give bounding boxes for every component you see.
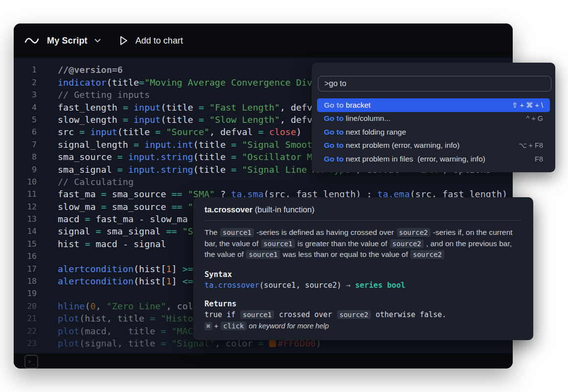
line-number: 22	[14, 325, 37, 337]
line-number: 17	[14, 263, 37, 275]
tooltip-divider	[204, 220, 522, 221]
line-number: 4	[14, 101, 37, 114]
line-number: 21	[14, 312, 37, 324]
line-number: 15	[14, 238, 37, 250]
play-icon[interactable]	[119, 36, 128, 46]
tooltip-help-hint: ⌘ + click on keyword for more help	[204, 322, 522, 330]
tooltip-description: The source1 -series is defined as having…	[204, 227, 523, 260]
code-text: fast_length = input(title = "Fast Length…	[58, 101, 356, 114]
color-swatch	[269, 340, 276, 347]
palette-item[interactable]: Go to line/column...^ + G	[317, 112, 550, 126]
code-text: src = input(title = "Source", defval = c…	[58, 126, 301, 138]
line-number: 23	[14, 337, 37, 349]
tooltip-syntax-label: Syntax	[204, 270, 522, 279]
line-number: 1	[14, 64, 37, 76]
line-number: 6	[14, 126, 37, 138]
palette-item-match: Go to	[324, 114, 346, 123]
code-text: // Calculating	[58, 176, 134, 188]
chevron-down-icon[interactable]	[94, 39, 101, 43]
function-tooltip: ta.crossover (built-in function) The sou…	[193, 197, 533, 340]
palette-item-match: Go to	[324, 128, 346, 137]
indicator-wave-icon	[24, 35, 39, 46]
tooltip-returns-line: true if source1 crossed over source2 oth…	[204, 310, 522, 319]
palette-item-label: line/column...	[346, 114, 390, 123]
palette-item[interactable]: Go to next problem (error, warning, info…	[317, 139, 550, 153]
palette-item-shortcut: ⇧ + ⌘ + \	[512, 101, 543, 109]
console-icon[interactable]: >_	[24, 355, 38, 369]
script-title[interactable]: My Script	[47, 36, 88, 46]
line-number: 3	[14, 89, 37, 101]
palette-item-shortcut: F8	[535, 155, 543, 163]
tooltip-title: ta.crossover (built-in function)	[204, 205, 522, 214]
line-number: 11	[14, 188, 37, 200]
palette-item-match: Go to	[324, 101, 346, 110]
line-number: 16	[14, 250, 37, 262]
line-number: 8	[14, 151, 37, 163]
line-number: 2	[14, 76, 37, 89]
add-to-chart-button[interactable]: Add to chart	[136, 36, 183, 46]
command-palette-input[interactable]: >go to	[318, 76, 551, 92]
palette-item-match: Go to	[324, 155, 346, 163]
code-text: // Getting inputs	[58, 89, 150, 101]
line-number: 5	[14, 114, 37, 126]
line-number: 18	[14, 275, 37, 287]
palette-item-match: Go to	[324, 141, 346, 150]
palette-item-shortcut: ⌥ + F8	[519, 141, 543, 149]
line-number: 14	[14, 225, 37, 237]
palette-item-label: next folding range	[346, 128, 406, 137]
code-line[interactable]: 10// Calculating	[14, 176, 513, 188]
line-number: 13	[14, 213, 37, 225]
line-number: 9	[14, 163, 37, 176]
line-number: 20	[14, 300, 37, 312]
editor-toolbar: My Script Add to chart	[14, 23, 513, 58]
line-number: 12	[14, 201, 37, 213]
tooltip-returns-label: Returns	[204, 300, 522, 308]
palette-item[interactable]: Go to next folding range	[317, 125, 550, 139]
palette-item-label: bracket	[346, 101, 371, 110]
code-text: hist = macd - signal	[58, 238, 166, 250]
editor-bottom-bar: >_	[14, 353, 513, 369]
code-text: //@version=6	[58, 64, 123, 76]
palette-item-shortcut: ^ + G	[526, 115, 543, 122]
palette-item[interactable]: Go to bracket⇧ + ⌘ + \	[317, 98, 550, 112]
tooltip-function-name: ta.crossover	[204, 205, 252, 214]
palette-item-label: next problem (error, warning, info)	[346, 141, 460, 150]
command-palette: >go to Go to bracket⇧ + ⌘ + \Go to line/…	[312, 63, 555, 172]
tooltip-title-suffix: (built-in function)	[252, 205, 315, 214]
palette-item-label: next problem in files (error, warning, i…	[346, 155, 485, 163]
code-text: macd = fast_ma - slow_ma	[58, 213, 188, 225]
command-palette-items: Go to bracket⇧ + ⌘ + \Go to line/column.…	[312, 98, 555, 166]
code-text: slow_length = input(title = "Slow Length…	[58, 114, 356, 126]
tooltip-syntax-line: ta.crossover(source1, source2) → series …	[204, 281, 522, 290]
line-number: 19	[14, 287, 37, 300]
line-number: 10	[14, 176, 37, 188]
line-number: 7	[14, 138, 37, 151]
palette-item[interactable]: Go to next problem in files (error, warn…	[317, 152, 550, 166]
